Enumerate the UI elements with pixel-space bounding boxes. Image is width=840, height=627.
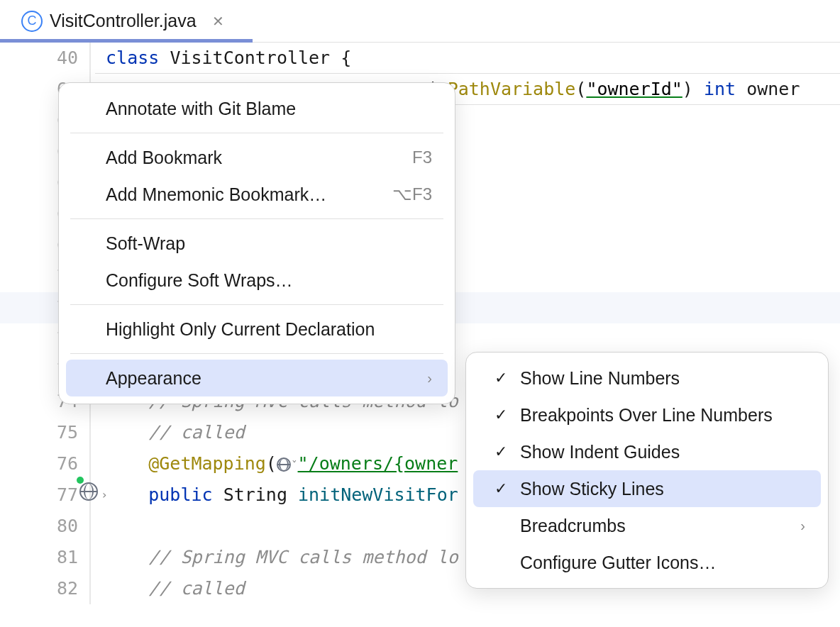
- appearance-submenu: ✓Show Line Numbers ✓Breakpoints Over Lin…: [465, 352, 829, 589]
- line-number[interactable]: 40: [0, 43, 78, 74]
- line-number[interactable]: 77 ›: [0, 479, 78, 511]
- url-icon[interactable]: [277, 457, 291, 472]
- editor-tab[interactable]: C VisitController.java ✕: [11, 4, 234, 39]
- sticky-line[interactable]: class VisitController {: [95, 43, 840, 74]
- menu-item-breadcrumbs[interactable]: Breadcrumbs›: [473, 507, 821, 544]
- menu-item-add-mnemonic-bookmark[interactable]: Add Mnemonic Bookmark…⌥F3: [66, 176, 448, 213]
- check-icon: ✓: [487, 406, 514, 424]
- line-number[interactable]: 80: [0, 511, 78, 542]
- menu-separator: [70, 304, 443, 305]
- line-number[interactable]: 81: [0, 542, 78, 573]
- menu-item-appearance[interactable]: Appearance›: [66, 360, 448, 396]
- chevron-right-icon: ›: [800, 518, 805, 534]
- check-icon: ✓: [487, 369, 514, 387]
- menu-item-breakpoints-over-line-numbers[interactable]: ✓Breakpoints Over Line Numbers: [473, 396, 821, 433]
- chevron-down-icon[interactable]: ˇ: [291, 459, 298, 472]
- menu-item-configure-soft-wraps[interactable]: Configure Soft Wraps…: [66, 262, 448, 299]
- menu-separator: [70, 353, 443, 354]
- menu-separator: [70, 133, 443, 133]
- class-file-icon: C: [21, 11, 43, 32]
- menu-separator: [70, 218, 443, 219]
- close-tab-icon[interactable]: ✕: [212, 13, 224, 30]
- editor-tab-bar: C VisitController.java ✕: [0, 0, 840, 43]
- menu-item-show-sticky-lines[interactable]: ✓Show Sticky Lines: [473, 470, 821, 507]
- menu-item-show-line-numbers[interactable]: ✓Show Line Numbers: [473, 360, 821, 396]
- gutter-context-menu: Annotate with Git Blame Add BookmarkF3 A…: [58, 82, 455, 404]
- tab-filename: VisitController.java: [50, 11, 197, 31]
- check-icon: ✓: [487, 479, 514, 498]
- menu-item-annotate-git-blame[interactable]: Annotate with Git Blame: [66, 90, 448, 127]
- run-indicator-icon: [77, 477, 84, 484]
- menu-item-soft-wrap[interactable]: Soft-Wrap: [66, 225, 448, 262]
- menu-item-add-bookmark[interactable]: Add BookmarkF3: [66, 139, 448, 176]
- line-number[interactable]: 75: [0, 417, 78, 448]
- menu-item-show-indent-guides[interactable]: ✓Show Indent Guides: [473, 433, 821, 470]
- check-icon: ✓: [487, 443, 514, 461]
- menu-item-configure-gutter-icons[interactable]: Configure Gutter Icons…: [473, 544, 821, 581]
- menu-item-highlight-current-declaration[interactable]: Highlight Only Current Declaration: [66, 311, 448, 348]
- chevron-right-icon: ›: [427, 370, 432, 387]
- line-number[interactable]: 82: [0, 573, 78, 604]
- line-number[interactable]: 76: [0, 448, 78, 479]
